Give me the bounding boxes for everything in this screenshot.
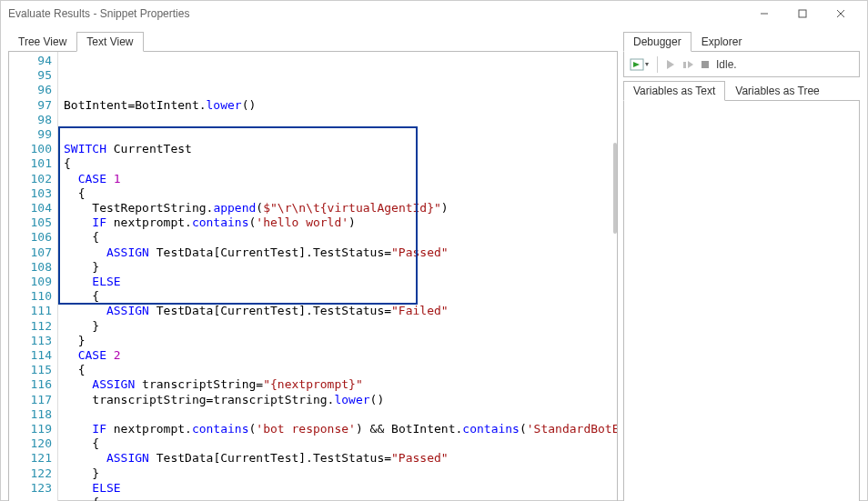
- svg-rect-19: [701, 61, 709, 68]
- right-tabs: Debugger Explorer: [623, 32, 860, 52]
- debug-start-icon[interactable]: [630, 57, 650, 72]
- code-line[interactable]: TestReportString.append($"\r\n\t{virtual…: [64, 201, 617, 215]
- code-line[interactable]: IF nextprompt.contains('hello world'): [64, 215, 617, 230]
- right-pane: Debugger Explorer Idle. Variables as Tex…: [623, 32, 860, 501]
- svg-rect-17: [683, 62, 686, 68]
- tab-explorer[interactable]: Explorer: [691, 32, 752, 51]
- code-line[interactable]: IF nextprompt.contains('bot response') &…: [64, 422, 617, 436]
- code-line[interactable]: transcriptString=transcriptString.lower(…: [64, 393, 617, 407]
- main-row: Tree View Text View 94959697989910010110…: [8, 32, 860, 501]
- code-line[interactable]: {: [64, 156, 617, 171]
- code-line[interactable]: CASE 1: [64, 172, 617, 186]
- maximize-button[interactable]: [783, 1, 822, 26]
- stop-icon[interactable]: [700, 59, 711, 70]
- code-line[interactable]: {: [64, 436, 617, 451]
- titlebar: Evaluate Results - Snippet Properties: [1, 1, 867, 26]
- window: Evaluate Results - Snippet Properties Tr…: [0, 0, 868, 501]
- left-pane: Tree View Text View 94959697989910010110…: [8, 32, 618, 501]
- code-line[interactable]: }: [64, 334, 617, 348]
- svg-rect-1: [799, 10, 806, 17]
- view-tabs: Tree View Text View: [8, 32, 618, 52]
- code-line[interactable]: BotIntent=BotIntent.lower(): [64, 98, 617, 113]
- code-line[interactable]: ASSIGN TestData[CurrentTest].TestStatus=…: [64, 451, 617, 466]
- tab-debugger[interactable]: Debugger: [623, 32, 691, 52]
- debug-toolbar: Idle.: [623, 52, 860, 77]
- code-line[interactable]: ASSIGN transcriptString="{nextprompt}": [64, 377, 617, 392]
- code-line[interactable]: ASSIGN TestData[CurrentTest].TestStatus=…: [64, 304, 617, 318]
- svg-marker-16: [667, 60, 674, 69]
- code-line[interactable]: [64, 127, 617, 142]
- code-line[interactable]: ELSE: [64, 275, 617, 289]
- tab-text-view[interactable]: Text View: [76, 32, 143, 52]
- dialog-body: Tree View Text View 94959697989910010110…: [1, 26, 867, 501]
- code-line[interactable]: {: [64, 186, 617, 201]
- code-line[interactable]: ELSE: [64, 481, 617, 496]
- code-line[interactable]: [64, 407, 617, 422]
- code-editor[interactable]: BotIntent=BotIntent.lower() SWITCH Curre…: [58, 52, 617, 501]
- debug-state-label: Idle.: [716, 58, 737, 71]
- tab-variables-text[interactable]: Variables as Text: [623, 81, 725, 101]
- play-icon[interactable]: [665, 58, 676, 71]
- code-line[interactable]: ASSIGN TestData[CurrentTest].TestStatus=…: [64, 245, 617, 260]
- variables-area[interactable]: [623, 101, 860, 501]
- tab-variables-tree[interactable]: Variables as Tree: [725, 81, 830, 100]
- svg-marker-18: [688, 61, 693, 68]
- window-title: Evaluate Results - Snippet Properties: [8, 7, 745, 20]
- code-line[interactable]: {: [64, 363, 617, 377]
- variables-tabs: Variables as Text Variables as Tree: [623, 81, 860, 101]
- code-line[interactable]: }: [64, 319, 617, 334]
- scrollbar-vertical[interactable]: [613, 52, 617, 501]
- svg-marker-15: [645, 63, 649, 66]
- close-button[interactable]: [822, 1, 860, 26]
- code-line[interactable]: }: [64, 260, 617, 275]
- tab-tree-view[interactable]: Tree View: [8, 32, 76, 51]
- code-line[interactable]: }: [64, 466, 617, 481]
- step-icon[interactable]: [681, 58, 694, 71]
- code-area: 9495969798991001011021031041051061071081…: [8, 52, 618, 501]
- line-gutter: 9495969798991001011021031041051061071081…: [9, 52, 58, 501]
- minimize-button[interactable]: [745, 1, 783, 26]
- code-line[interactable]: {: [64, 496, 617, 501]
- code-line[interactable]: {: [64, 230, 617, 245]
- code-line[interactable]: SWITCH CurrentTest: [64, 142, 617, 156]
- code-line[interactable]: [64, 113, 617, 127]
- code-line[interactable]: CASE 2: [64, 348, 617, 363]
- code-line[interactable]: {: [64, 289, 617, 304]
